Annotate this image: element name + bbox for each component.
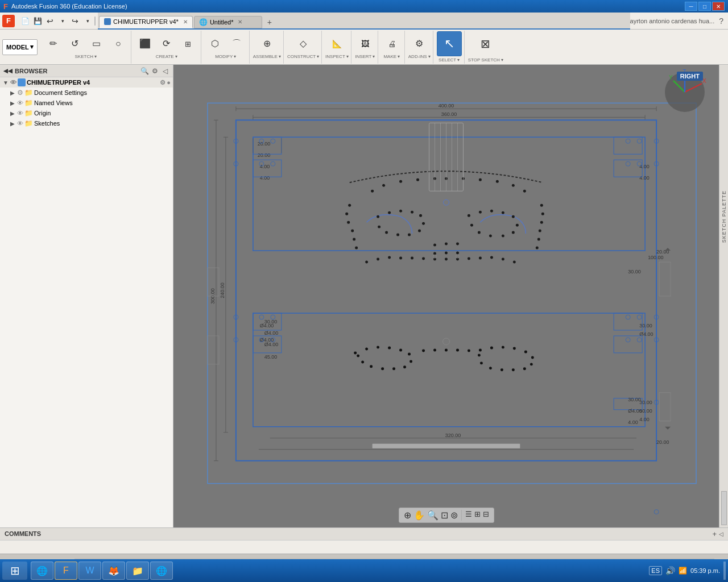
taskbar: ⊞ 🌐 F W 🦊 📁 🌐 ES 🔊 📶 05:39 p.m. [0, 559, 728, 582]
taskbar-explorer[interactable]: 📁 [126, 562, 149, 580]
stopsketch-label[interactable]: STOP SKETCH ▾ [468, 57, 503, 63]
named-views-visibility-icon[interactable]: 👁 [17, 99, 23, 106]
title-bar: F Autodesk Fusion 360 (Education License… [0, 0, 728, 13]
tab-untitled[interactable]: 🌐 Untitled* ✕ [194, 16, 262, 28]
named-views-expand-icon[interactable]: ▶ [9, 99, 16, 106]
svg-point-53 [479, 257, 482, 260]
sketches-visibility-icon[interactable]: 👁 [17, 120, 23, 127]
tab-close-1[interactable]: ✕ [183, 19, 188, 25]
sketch-label[interactable]: SKETCH ▾ [75, 54, 97, 59]
sketch-circle-btn[interactable]: ○ [108, 35, 129, 53]
addins-label[interactable]: ADD-INS ▾ [408, 54, 431, 59]
inspect-label[interactable]: INSPECT ▾ [325, 54, 349, 59]
viewport-nav-btn1[interactable]: ⊕ [404, 510, 411, 521]
palette-scroll[interactable] [721, 491, 727, 525]
browser-panel: ◀◀ BROWSER 🔍 ⚙ ◁ ▼ 👁 CHIMUETRUPPER v4 ⚙ … [0, 65, 173, 527]
undo-dropdown[interactable]: ▾ [57, 15, 68, 27]
modify-label[interactable]: MODIFY ▾ [215, 54, 236, 59]
construct-plane-btn[interactable]: ◇ [293, 35, 313, 53]
insert-image-btn[interactable]: 🖼 [355, 35, 375, 53]
select-btn[interactable]: ↖ [437, 31, 462, 56]
root-expand-icon[interactable]: ▼ [2, 79, 9, 86]
svg-point-113 [361, 360, 364, 363]
browser-settings-icon[interactable]: ⚙ [150, 66, 159, 76]
construct-icons: ◇ [293, 35, 313, 53]
taskbar-ie[interactable]: 🌐 [31, 562, 53, 580]
viewport-display-settings[interactable]: ☰ [465, 510, 472, 521]
app-logo[interactable]: F [2, 15, 15, 27]
root-visibility-icon[interactable]: 👁 [10, 79, 16, 86]
show-desktop-icon[interactable] [723, 562, 726, 580]
create-extrude-btn[interactable]: ⬛ [135, 35, 155, 53]
minimize-button[interactable]: ─ [685, 2, 697, 11]
tree-item-named-views[interactable]: ▶ 👁 📁 Named Views [0, 98, 173, 108]
main-toolbar: MODEL ▾ ✏ ↺ ▭ ○ SKETCH ▾ ⬛ [0, 30, 728, 65]
volume-icon[interactable]: 🔊 [665, 566, 675, 575]
network-icon[interactable]: 📶 [679, 567, 687, 575]
insert-label[interactable]: INSERT ▾ [355, 54, 375, 59]
make-3d-btn[interactable]: 🖨 [382, 35, 402, 53]
save-button[interactable]: 💾 [32, 15, 43, 27]
start-button[interactable]: ⊞ [2, 562, 27, 580]
tree-item-sketches[interactable]: ▶ 👁 📁 Sketches [0, 118, 173, 128]
inspect-measure-btn[interactable]: 📐 [326, 35, 347, 53]
modify-fillet-btn[interactable]: ⌒ [226, 35, 247, 53]
sketches-folder-icon: 📁 [24, 119, 33, 127]
assemble-new-btn[interactable]: ⊕ [257, 35, 277, 53]
doc-expand-icon[interactable]: ▶ [9, 89, 16, 96]
root-settings-icon[interactable]: ⚙ [160, 79, 166, 86]
tree-item-doc-settings[interactable]: ▶ ⚙ 📁 Document Settings [0, 88, 173, 98]
undo-button[interactable]: ↩ [44, 15, 56, 27]
svg-point-77 [411, 211, 413, 214]
sketch-rect-btn[interactable]: ▭ [86, 35, 107, 53]
comments-collapse-icon[interactable]: ◁ [719, 531, 723, 537]
viewport-zoom-fit[interactable]: ⊡ [441, 510, 448, 521]
create-label[interactable]: CREATE ▾ [156, 54, 177, 59]
viewport-sketch-settings[interactable]: ⊟ [483, 510, 489, 521]
origin-visibility-icon[interactable]: 👁 [17, 110, 23, 117]
sketch-undo-btn[interactable]: ↺ [65, 35, 85, 53]
sketch-finish-btn[interactable]: ✏ [43, 35, 64, 53]
sketches-expand-icon[interactable]: ▶ [9, 120, 16, 127]
select-label[interactable]: SELECT ▾ [439, 57, 460, 63]
browser-search-icon[interactable]: 🔍 [140, 66, 149, 76]
create-pattern-btn[interactable]: ⊞ [178, 35, 198, 53]
assemble-label[interactable]: ASSEMBLE ▾ [253, 54, 281, 59]
close-button[interactable]: ✕ [712, 2, 725, 11]
addins-btn[interactable]: ⚙ [409, 35, 429, 53]
svg-point-72 [512, 184, 515, 187]
modify-press-btn[interactable]: ⬡ [205, 35, 225, 53]
tree-item-root[interactable]: ▼ 👁 CHIMUETRUPPER v4 ⚙ ● [0, 77, 173, 88]
redo-dropdown[interactable]: ▾ [82, 15, 93, 27]
taskbar-app6[interactable]: 🌐 [150, 562, 173, 580]
toolbar-group-construct: ◇ CONSTRUCT ▾ [285, 31, 322, 64]
origin-expand-icon[interactable]: ▶ [9, 110, 16, 117]
create-revolve-btn[interactable]: ⟳ [156, 35, 177, 53]
help-button[interactable]: ? [719, 16, 723, 26]
tab-close-2[interactable]: ✕ [238, 19, 242, 25]
taskbar-firefox[interactable]: 🦊 [102, 562, 125, 580]
restore-button[interactable]: □ [698, 2, 711, 11]
viewport-view-settings[interactable]: ⊞ [474, 510, 481, 521]
stopsketch-btn[interactable]: ⊠ [473, 31, 498, 56]
make-label[interactable]: MAKE ▾ [383, 54, 400, 59]
add-tab-button[interactable]: + [263, 16, 276, 28]
svg-text:4.00: 4.00 [639, 175, 650, 181]
browser-collapse-icon[interactable]: ◁ [160, 66, 169, 76]
comments-add-icon[interactable]: + [712, 530, 717, 538]
model-selector[interactable]: MODEL ▾ [2, 39, 38, 55]
new-button[interactable]: 📄 [19, 15, 31, 27]
viewport-orbit[interactable]: ⊚ [450, 510, 458, 521]
user-account[interactable]: ayrton antonio cardenas hua... [630, 18, 715, 24]
collapse-browser-icon[interactable]: ◀◀ [3, 68, 13, 74]
root-more-icon[interactable]: ● [167, 79, 171, 86]
construct-label[interactable]: CONSTRUCT ▾ [287, 54, 319, 59]
viewport-nav-btn2[interactable]: ✋ [413, 510, 425, 521]
viewport-nav-btn3[interactable]: 🔍 [427, 510, 439, 521]
redo-button[interactable]: ↪ [69, 15, 81, 27]
taskbar-fusion360[interactable]: F [55, 562, 77, 580]
viewport[interactable]: 400.00 360.00 300.00 240.00 320.00 20.00… [173, 65, 719, 527]
tab-chimuetrupper[interactable]: CHIMUETRUPPER v4* ✕ [99, 16, 193, 28]
taskbar-word[interactable]: W [78, 562, 101, 580]
tree-item-origin[interactable]: ▶ 👁 📁 Origin [0, 108, 173, 118]
